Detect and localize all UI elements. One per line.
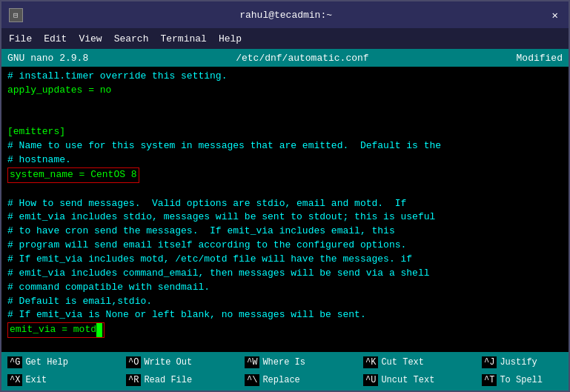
footer-cmd-get-help[interactable]: ^G Get Help [4, 355, 123, 370]
menu-bar: File Edit View Search Terminal Help [1, 28, 569, 49]
footer-row-2: ^X Exit ^R Read File ^\ Replace ^U Uncut… [4, 371, 566, 389]
key-justify: ^J [482, 356, 497, 368]
editor-line: # Default is email,stdio. [7, 295, 563, 309]
menu-file[interactable]: File [9, 33, 32, 44]
editor-line: # If emit_via is None or left blank, no … [7, 308, 563, 322]
key-cut-text: ^K [363, 356, 378, 368]
footer-cmd-replace[interactable]: ^\ Replace [242, 373, 360, 388]
label-where-is: Where Is [262, 357, 305, 368]
footer-cmd-read-file[interactable]: ^R Read File [123, 373, 242, 388]
footer-cmd-uncut-text[interactable]: ^U Uncut Text [360, 373, 479, 388]
editor-line-highlighted: system_name = CentOS 8 [7, 167, 563, 183]
footer-cmd-to-spell[interactable]: ^T To Spell [479, 373, 570, 388]
key-replace: ^\ [245, 374, 259, 386]
key-write-out: ^O [126, 356, 141, 368]
footer-bar: ^G Get Help ^O Write Out ^W Where Is ^K … [1, 352, 569, 391]
key-read-file: ^R [126, 374, 141, 386]
footer-cmd-cut-text[interactable]: ^K Cut Text [360, 355, 479, 370]
editor-line: # How to send messages. Valid options ar… [7, 197, 563, 211]
label-to-spell: To Spell [500, 375, 543, 385]
key-where-is: ^W [245, 356, 259, 368]
menu-help[interactable]: Help [219, 33, 242, 44]
label-write-out: Write Out [144, 357, 192, 368]
editor-line: # to have cron send the messages. If emi… [7, 225, 563, 239]
label-read-file: Read File [144, 375, 192, 385]
menu-terminal[interactable]: Terminal [160, 33, 206, 44]
nano-version: GNU nano 2.9.8 [7, 53, 88, 64]
label-uncut-text: Uncut Text [381, 375, 434, 385]
menu-search[interactable]: Search [114, 33, 149, 44]
editor-line: # emit_via includes command_email, then … [7, 267, 563, 281]
footer-cmd-exit[interactable]: ^X Exit [4, 373, 123, 388]
label-exit: Exit [25, 375, 47, 385]
key-exit: ^X [7, 374, 22, 386]
footer-cmd-where-is[interactable]: ^W Where Is [242, 355, 360, 370]
editor-line: apply_updates = no [7, 84, 563, 98]
editor-line: # command compatible with sendmail. [7, 281, 563, 295]
nano-filename: /etc/dnf/automatic.conf [236, 53, 368, 64]
close-button[interactable]: ✕ [549, 9, 561, 21]
footer-row-1: ^G Get Help ^O Write Out ^W Where Is ^K … [4, 353, 566, 371]
label-cut-text: Cut Text [381, 357, 424, 368]
editor-line [7, 112, 563, 126]
menu-edit[interactable]: Edit [44, 33, 67, 44]
editor-line: # Name to use for this system in message… [7, 139, 563, 153]
footer-cmd-write-out[interactable]: ^O Write Out [123, 355, 242, 370]
label-justify: Justify [500, 357, 537, 368]
footer-cmd-justify[interactable]: ^J Justify [479, 355, 570, 370]
editor-line [7, 183, 563, 197]
editor-line: # hostname. [7, 153, 563, 167]
label-get-help: Get Help [25, 357, 68, 368]
editor-line: # install.timer override this setting. [7, 70, 563, 84]
key-to-spell: ^T [482, 374, 497, 386]
editor-line: [emitters] [7, 125, 563, 139]
editor-line-highlighted-cursor: emit_via = motd [7, 322, 563, 338]
key-uncut-text: ^U [363, 374, 378, 386]
terminal-window: ⊟ rahul@tecadmin:~ ✕ File Edit View Sear… [0, 0, 570, 392]
key-get-help: ^G [7, 356, 22, 368]
window-title: rahul@tecadmin:~ [239, 10, 332, 21]
window-icon: ⊟ [9, 8, 23, 22]
editor-area[interactable]: # install.timer override this setting. a… [1, 67, 569, 352]
nano-modified: Modified [517, 53, 563, 64]
editor-line: # program will send email itself accordi… [7, 239, 563, 253]
editor-line: # emit_via includes stdio, messages will… [7, 210, 563, 225]
nano-header: GNU nano 2.9.8 /etc/dnf/automatic.conf M… [1, 49, 569, 67]
title-bar: ⊟ rahul@tecadmin:~ ✕ [1, 1, 569, 28]
editor-line: # If emit_via includes motd, /etc/motd f… [7, 253, 563, 267]
menu-view[interactable]: View [79, 33, 102, 44]
editor-line [7, 98, 563, 112]
label-replace: Replace [262, 375, 299, 385]
